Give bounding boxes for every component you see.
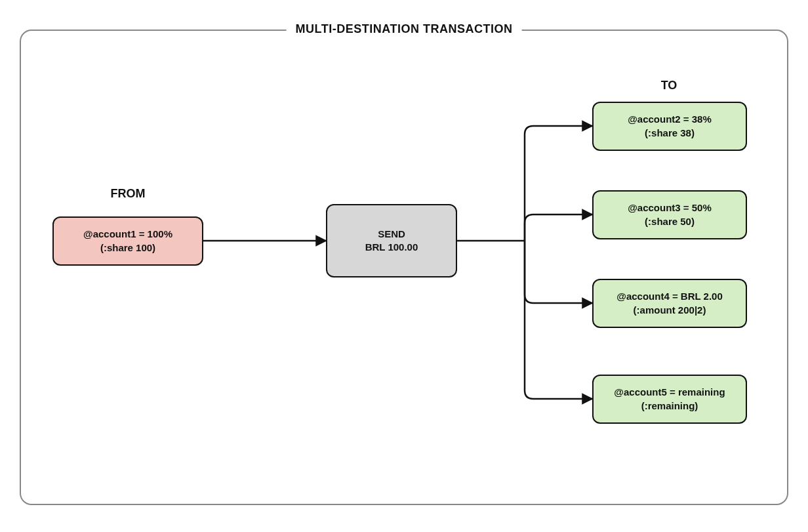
to-node-account4: @account4 = BRL 2.00 (:amount 200|2) xyxy=(592,279,747,328)
to-node-line2: (:share 38) xyxy=(645,127,695,140)
send-node-line2: BRL 100.00 xyxy=(365,241,418,254)
to-node-line1: @account3 = 50% xyxy=(628,201,712,215)
to-node-line2: (:amount 200|2) xyxy=(634,304,706,317)
to-node-account5: @account5 = remaining (:remaining) xyxy=(592,375,747,424)
diagram-title: MULTI-DESTINATION TRANSACTION xyxy=(287,22,522,36)
from-node-account1: @account1 = 100% (:share 100) xyxy=(52,216,203,266)
from-node-line2: (:share 100) xyxy=(100,241,155,255)
to-node-line1: @account2 = 38% xyxy=(628,113,712,126)
send-node-line1: SEND xyxy=(378,228,405,241)
to-node-line1: @account4 = BRL 2.00 xyxy=(616,290,723,303)
to-node-account2: @account2 = 38% (:share 38) xyxy=(592,102,747,151)
to-node-line1: @account5 = remaining xyxy=(614,386,725,399)
from-label: FROM xyxy=(85,187,171,201)
to-node-line2: (:share 50) xyxy=(645,215,695,228)
to-node-account3: @account3 = 50% (:share 50) xyxy=(592,190,747,239)
to-label: TO xyxy=(630,79,708,92)
to-node-line2: (:remaining) xyxy=(641,399,698,413)
from-node-line1: @account1 = 100% xyxy=(83,228,172,241)
send-node: SEND BRL 100.00 xyxy=(326,204,457,277)
